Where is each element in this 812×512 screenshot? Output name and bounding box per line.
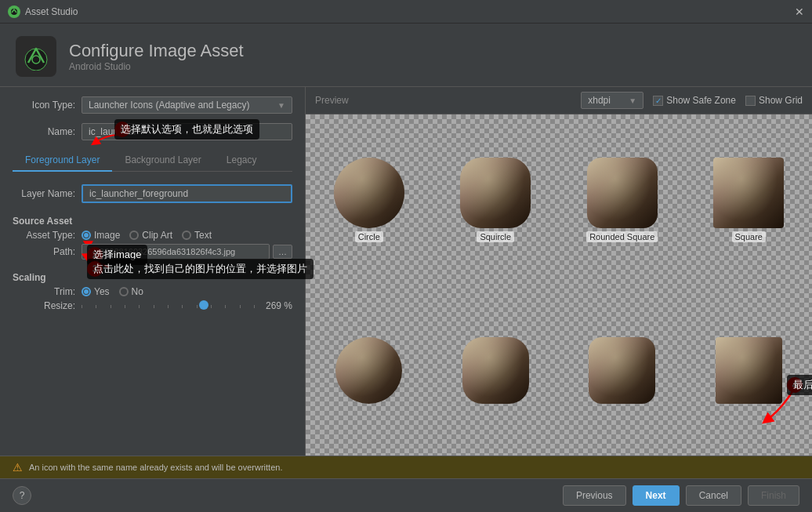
warning-text: An icon with the same name already exist… (29, 463, 282, 472)
previous-button[interactable]: Previous (563, 485, 626, 506)
slider-thumb[interactable] (199, 300, 208, 310)
radio-clip-art[interactable]: Clip Art (129, 230, 172, 241)
browse-button[interactable]: … (273, 245, 292, 259)
dropdown-arrow: ▼ (277, 101, 285, 110)
slider-wrapper (82, 303, 255, 308)
radio-trim-yes-label: Yes (94, 286, 110, 297)
asset-type-row: Asset Type: Image Clip Art Text (13, 230, 292, 241)
dialog: Configure Image Asset Android Studio Ico… (0, 24, 812, 512)
preview-icon-circle (334, 158, 404, 228)
safe-zone-checkbox-group: Show Safe Zone (653, 95, 736, 106)
svg-point-2 (32, 56, 40, 64)
name-row: Name: 1 选择默认选项，也就是此选项 (13, 123, 292, 140)
preview-icon-rounded-square (587, 158, 658, 228)
annotation-4-text: 最后点击next,进入下一步 (787, 375, 812, 395)
safe-zone-checkbox[interactable] (653, 96, 663, 106)
preview-cell-rounded-2 (559, 285, 686, 456)
preview-cell-circle-2 (306, 285, 433, 456)
resize-label: Resize: (13, 300, 75, 311)
preview-label-rounded-square: Rounded Square (586, 231, 658, 242)
title-bar: Asset Studio ✕ (0, 0, 812, 24)
icon-type-value: Launcher Icons (Adaptive and Legacy) (89, 100, 249, 111)
preview-label: Preview (315, 95, 349, 106)
warning-bar: ⚠ An icon with the same name already exi… (0, 456, 812, 478)
tab-legacy[interactable]: Legacy (214, 150, 270, 172)
preview-icon-square (713, 158, 784, 228)
preview-cell-circle: Circle (306, 114, 433, 285)
asset-type-radios: Image Clip Art Text (82, 230, 212, 241)
name-label: Name: (13, 126, 75, 137)
radio-image-circle (82, 231, 91, 240)
layer-tabs: Foreground Layer Background Layer Legacy (13, 150, 292, 172)
preview-label-squircle: Squircle (477, 231, 514, 242)
help-button[interactable]: ? (13, 486, 31, 505)
radio-image-label: Image (94, 230, 120, 241)
radio-trim-yes-circle (82, 287, 91, 296)
radio-clip-art-label: Clip Art (142, 230, 172, 241)
grid-checkbox-group: Show Grid (745, 95, 803, 106)
annotation-1-text: 选择默认选项，也就是此选项 (114, 119, 259, 140)
annotation-4-container: 4 最后点击next,进入下一步 (787, 377, 803, 393)
icon-type-dropdown[interactable]: Launcher Icons (Adaptive and Legacy) ▼ (82, 96, 292, 114)
preview-icon-rounded-2 (589, 337, 655, 404)
bottom-bar: ? Previous Next Cancel Finish (0, 478, 812, 512)
layer-name-row: Layer Name: (13, 184, 292, 203)
radio-trim-no-label: No (132, 286, 143, 297)
preview-icon-squircle-2 (462, 337, 529, 404)
left-panel: Icon Type: Launcher Icons (Adaptive and … (0, 87, 306, 456)
tab-background-layer[interactable]: Background Layer (112, 150, 213, 172)
density-arrow: ▼ (629, 96, 636, 105)
resize-slider-group: 269 % (82, 300, 292, 311)
preview-icon-squircle (460, 158, 531, 228)
finish-button[interactable]: Finish (748, 485, 799, 506)
layer-name-input[interactable] (82, 184, 292, 203)
icon-type-label: Icon Type: (13, 100, 75, 111)
radio-clip-art-circle (129, 231, 139, 240)
radio-text-label: Text (194, 230, 212, 241)
trim-radios: Yes No (82, 286, 143, 297)
preview-icon-square-2 (716, 337, 782, 404)
grid-checkbox[interactable] (745, 96, 756, 106)
trim-row: Trim: Yes No (13, 286, 292, 297)
dialog-title: Configure Image Asset (69, 41, 244, 61)
safe-zone-label: Show Safe Zone (666, 95, 736, 106)
asset-type-label: Asset Type: (13, 230, 75, 241)
warning-icon: ⚠ (13, 461, 23, 474)
density-value: xhdpi (588, 95, 611, 106)
source-asset-section: Source Asset Asset Type: Image Clip Art (13, 212, 292, 263)
android-studio-logo (16, 36, 56, 77)
dialog-header: Configure Image Asset Android Studio (0, 24, 812, 87)
radio-image[interactable]: Image (82, 230, 120, 241)
icon-type-row: Icon Type: Launcher Icons (Adaptive and … (13, 96, 292, 114)
annotation-3-text: 点击此处，找到自己的图片的位置，并选择图片 (87, 259, 314, 279)
radio-text[interactable]: Text (182, 230, 212, 241)
layer-name-label: Layer Name: (13, 188, 75, 199)
preview-toolbar: Preview xhdpi ▼ Show Safe Zone Show Grid (306, 87, 812, 114)
grid-label: Show Grid (759, 95, 803, 106)
density-dropdown[interactable]: xhdpi ▼ (581, 92, 643, 109)
preview-cell-squircle-2 (433, 285, 560, 456)
source-asset-label: Source Asset (13, 216, 292, 227)
resize-value: 269 % (261, 300, 292, 311)
preview-icon-circle-2 (335, 337, 402, 404)
cancel-button[interactable]: Cancel (686, 485, 741, 506)
right-panel: Preview xhdpi ▼ Show Safe Zone Show Grid (306, 87, 812, 456)
content-area: Icon Type: Launcher Icons (Adaptive and … (0, 87, 812, 456)
path-label: Path: (13, 246, 75, 257)
preview-label-circle: Circle (355, 231, 383, 242)
preview-cell-square-2 (686, 285, 813, 456)
dialog-subtitle: Android Studio (69, 61, 244, 72)
radio-trim-no[interactable]: No (119, 286, 143, 297)
next-button[interactable]: Next (633, 485, 680, 506)
radio-trim-yes[interactable]: Yes (82, 286, 110, 297)
trim-label: Trim: (13, 286, 75, 297)
preview-cell-squircle: Squircle (433, 114, 560, 285)
radio-trim-no-circle (119, 287, 129, 296)
window-title: Asset Studio (25, 6, 78, 17)
preview-cell-square: Square (686, 114, 813, 285)
preview-cell-rounded-square: Rounded Square (559, 114, 686, 285)
tab-foreground-layer[interactable]: Foreground Layer (13, 150, 112, 172)
close-button[interactable]: ✕ (795, 5, 804, 18)
header-text: Configure Image Asset Android Studio (69, 41, 244, 72)
app-icon (8, 5, 20, 18)
